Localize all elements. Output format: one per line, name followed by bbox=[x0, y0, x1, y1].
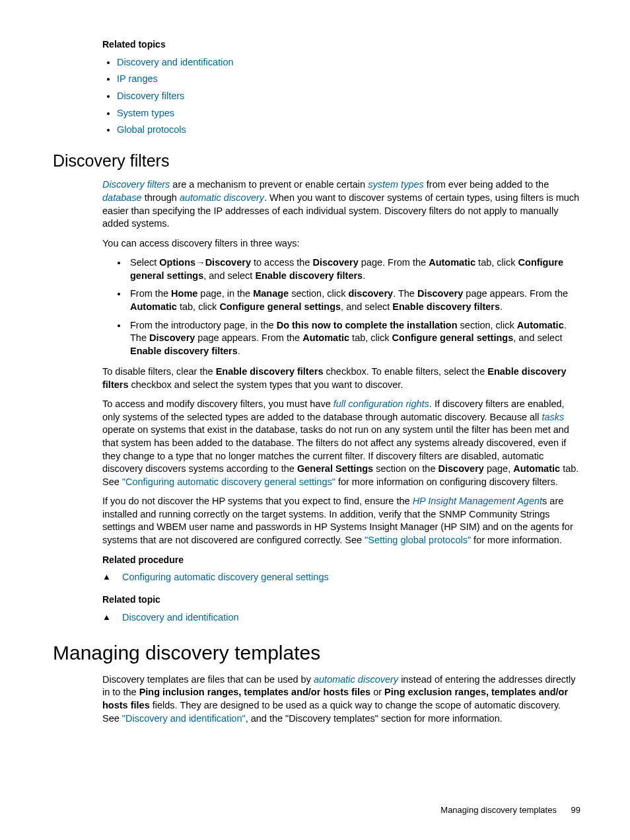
link-config-auto-discovery[interactable]: Configuring automatic discovery general … bbox=[122, 571, 329, 584]
text: page appears. From the bbox=[195, 332, 302, 343]
paragraph: To disable filters, clear the Enable dis… bbox=[102, 365, 580, 391]
text: , and select bbox=[203, 270, 255, 281]
text: tab, click bbox=[349, 332, 392, 343]
link-discovery-identification[interactable]: "Discovery and identification" bbox=[122, 713, 246, 724]
bold: Enable discovery filters bbox=[216, 366, 324, 377]
text: . bbox=[238, 346, 240, 356]
list-item: IP ranges bbox=[117, 73, 580, 86]
link-setting-global-protocols[interactable]: "Setting global protocols" bbox=[365, 535, 471, 545]
text: . The bbox=[393, 288, 417, 299]
text: Discovery templates are files that can b… bbox=[102, 674, 314, 685]
related-topics-heading: Related topics bbox=[102, 38, 580, 51]
link-ip-ranges[interactable]: IP ranges bbox=[117, 73, 158, 84]
related-topic-list: ▲ Discovery and identification bbox=[102, 611, 580, 625]
link-global-protocols[interactable]: Global protocols bbox=[117, 124, 186, 135]
page-number: 99 bbox=[571, 805, 580, 815]
bold: Enable discovery filters bbox=[255, 270, 363, 281]
list-item: ▲ Discovery and identification bbox=[102, 611, 580, 625]
glossary-automatic-discovery[interactable]: automatic discovery bbox=[314, 674, 398, 685]
bold: Discovery bbox=[312, 257, 358, 268]
link-system-types[interactable]: System types bbox=[117, 108, 174, 118]
link-discovery-identification[interactable]: Discovery and identification bbox=[117, 57, 234, 67]
text: , and the "Discovery templates" section … bbox=[246, 713, 503, 724]
related-procedure-heading: Related procedure bbox=[102, 554, 580, 566]
paragraph: Discovery templates are files that can b… bbox=[102, 673, 580, 725]
bold: Discovery bbox=[438, 463, 484, 474]
bold: Automatic bbox=[130, 301, 177, 312]
related-procedure-list: ▲ Configuring automatic discovery genera… bbox=[102, 571, 580, 584]
arrow-icon: → bbox=[195, 257, 205, 268]
list-item: Discovery filters bbox=[117, 90, 580, 103]
text: page. From the bbox=[359, 257, 429, 268]
text: checkbox and select the system types tha… bbox=[129, 379, 403, 390]
text: . bbox=[500, 301, 503, 312]
related-topic-heading: Related topic bbox=[102, 593, 580, 606]
triangle-icon: ▲ bbox=[102, 571, 112, 583]
glossary-hp-insight-agent[interactable]: HP Insight Management Agent bbox=[413, 496, 542, 506]
text: section on the bbox=[373, 463, 438, 474]
glossary-system-types[interactable]: system types bbox=[368, 179, 424, 190]
glossary-automatic-discovery[interactable]: automatic discovery bbox=[180, 192, 264, 203]
text: To access and modify discovery filters, … bbox=[102, 399, 333, 409]
bold: Enable discovery filters bbox=[392, 301, 500, 312]
text: From the bbox=[130, 288, 171, 299]
bold: Automatic bbox=[513, 463, 560, 474]
text: or bbox=[370, 687, 384, 697]
text: , and select bbox=[341, 301, 392, 312]
glossary-database[interactable]: database bbox=[102, 192, 142, 203]
heading-managing-discovery-templates: Managing discovery templates bbox=[53, 640, 580, 667]
bold: Discovery bbox=[149, 332, 195, 343]
text: section, click bbox=[458, 320, 517, 330]
bold: Configure general settings bbox=[392, 332, 514, 343]
bold: Options bbox=[159, 257, 195, 268]
page: Related topics Discovery and identificat… bbox=[0, 0, 630, 840]
page-footer: Managing discovery templates 99 bbox=[440, 804, 580, 816]
text: checkbox. To enable filters, select the bbox=[323, 366, 487, 377]
text: tab, click bbox=[177, 301, 219, 312]
paragraph: You can access discovery filters in thre… bbox=[102, 237, 580, 250]
bold: Enable discovery filters bbox=[130, 346, 238, 356]
paragraph: To access and modify discovery filters, … bbox=[102, 398, 580, 488]
text: to access the bbox=[251, 257, 313, 268]
ways-list: Select Options→Discovery to access the D… bbox=[102, 256, 580, 358]
bold: Home bbox=[171, 288, 197, 299]
list-item: System types bbox=[117, 107, 580, 120]
text: To disable filters, clear the bbox=[102, 366, 216, 377]
list-item: From the introductory page, in the Do th… bbox=[127, 319, 580, 358]
footer-title: Managing discovery templates bbox=[440, 805, 557, 815]
list-item: Discovery and identification bbox=[117, 56, 580, 69]
bold: Automatic bbox=[429, 257, 475, 268]
managing-templates-body: Discovery templates are files that can b… bbox=[102, 673, 580, 725]
list-item: Select Options→Discovery to access the D… bbox=[127, 256, 580, 282]
text: page, bbox=[484, 463, 513, 474]
link-config-auto-discovery[interactable]: "Configuring automatic discovery general… bbox=[122, 477, 335, 487]
text: for more information. bbox=[471, 535, 562, 545]
bold: Discovery bbox=[205, 257, 251, 268]
list-item: From the Home page, in the Manage sectio… bbox=[127, 287, 580, 313]
bold: General Settings bbox=[297, 463, 373, 474]
text: Select bbox=[130, 257, 159, 268]
text: tab, click bbox=[475, 257, 518, 268]
list-item: ▲ Configuring automatic discovery genera… bbox=[102, 571, 580, 584]
triangle-icon: ▲ bbox=[102, 611, 112, 623]
related-topics-list: Discovery and identification IP ranges D… bbox=[102, 56, 580, 137]
link-discovery-identification[interactable]: Discovery and identification bbox=[122, 611, 239, 625]
glossary-full-config-rights[interactable]: full configuration rights bbox=[333, 399, 429, 409]
bold: Ping inclusion ranges, templates and/or … bbox=[139, 687, 371, 697]
text: through bbox=[142, 192, 180, 203]
text: from ever being added to the bbox=[424, 179, 549, 190]
bold: Automatic bbox=[302, 332, 349, 343]
glossary-discovery-filters[interactable]: Discovery filters bbox=[102, 179, 170, 190]
bold: Do this now to complete the installation bbox=[277, 320, 458, 330]
text: are a mechanism to prevent or enable cer… bbox=[170, 179, 368, 190]
bold: Manage bbox=[253, 288, 289, 299]
heading-discovery-filters: Discovery filters bbox=[53, 150, 580, 172]
text: page, in the bbox=[197, 288, 253, 299]
text: for more information on configuring disc… bbox=[335, 477, 558, 487]
discovery-filters-body: Discovery filters are a mechanism to pre… bbox=[102, 178, 580, 624]
glossary-tasks[interactable]: tasks bbox=[542, 412, 565, 422]
link-discovery-filters[interactable]: Discovery filters bbox=[117, 91, 184, 101]
related-topics-block: Related topics Discovery and identificat… bbox=[102, 38, 580, 137]
list-item: Global protocols bbox=[117, 124, 580, 137]
bold: discovery bbox=[348, 288, 393, 299]
